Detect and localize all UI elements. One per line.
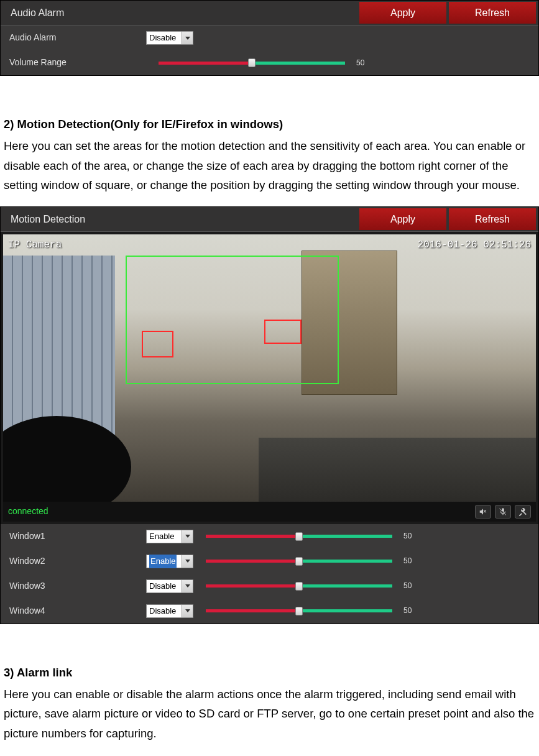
apply-button[interactable]: Apply [359,2,446,24]
settings-tools-icon[interactable] [515,505,531,519]
slider-track-left [206,609,299,612]
panel-header: Audio Alarm Apply Refresh [1,1,538,25]
detection-zone-2[interactable] [142,331,173,357]
slider-track-left [206,535,299,538]
section-3-paragraph: Here you can enable or disable the alarm… [4,685,535,743]
select-value: Enable [149,530,174,543]
window2-label: Window2 [9,554,146,569]
slider-thumb[interactable] [295,557,303,566]
volume-value: 50 [356,57,364,69]
window2-value: 50 [403,555,412,567]
connection-status: connected [8,504,48,519]
window3-label: Window3 [9,579,146,594]
volume-range-label: Volume Range [9,55,146,70]
window4-value: 50 [403,604,412,617]
panel-header: Motion Detection Apply Refresh [1,207,538,232]
slider-track-right [252,62,345,65]
slider-track-right [299,535,392,538]
window3-value: 50 [403,579,412,592]
video-status-bar: connected [3,502,536,522]
detection-zone-1[interactable] [126,256,339,384]
mute-speaker-icon[interactable] [475,505,491,519]
window2-slider[interactable] [206,555,392,568]
window4-select[interactable]: Disable [146,604,193,618]
window1-row: Window1 Enable 50 [1,524,538,549]
overlay-camera-name: IP Camera [8,237,62,254]
window1-value: 50 [403,530,412,542]
window1-label: Window1 [9,529,146,544]
section-3-heading: 3) Alarm link [4,663,535,682]
select-value: Disable [149,604,176,618]
apply-button[interactable]: Apply [359,208,446,230]
slider-thumb[interactable] [248,58,256,67]
volume-range-slider[interactable] [159,57,345,69]
motion-detection-panel: Motion Detection Apply Refresh IP Camera… [0,206,539,624]
select-value: Disable [149,31,176,45]
status-icons [475,505,531,519]
audio-alarm-select[interactable]: Disable [146,31,193,45]
slider-track-left [159,62,252,65]
window1-select[interactable]: Enable [146,530,193,543]
select-value: Enable [149,555,177,568]
section-2-heading: 2) Motion Detection(Only for IE/Firefox … [4,114,535,134]
audio-alarm-row: Audio Alarm Disable [1,25,538,50]
slider-track-right [299,609,392,612]
window4-slider[interactable] [206,605,392,617]
scene-building [3,256,115,437]
window2-select[interactable]: Enable [146,555,193,568]
chevron-down-icon [182,530,193,543]
chevron-down-icon [182,555,193,568]
window3-row: Window3 Disable 50 [1,574,538,599]
slider-track-right [299,560,392,563]
refresh-button[interactable]: Refresh [449,208,536,230]
chevron-down-icon [182,32,193,44]
video-preview[interactable]: IP Camera 2016-01-26 02:51:26 [3,234,536,502]
window3-select[interactable]: Disable [146,579,193,593]
slider-thumb[interactable] [295,532,303,541]
scene-desk [259,438,536,502]
section-2-paragraph: Here you can set the areas for the motio… [4,136,535,195]
slider-track-left [206,584,299,588]
mute-mic-icon[interactable] [495,505,511,519]
slider-track-left [206,560,299,563]
chevron-down-icon [182,605,193,617]
audio-alarm-label: Audio Alarm [9,30,146,45]
panel-title: Audio Alarm [1,1,359,25]
window4-label: Window4 [9,604,146,619]
slider-track-right [299,584,392,588]
slider-thumb[interactable] [295,582,303,591]
window3-slider[interactable] [206,580,392,592]
slider-thumb[interactable] [295,607,303,615]
section-2-text: 2) Motion Detection(Only for IE/Firefox … [0,114,539,195]
video-preview-wrap: IP Camera 2016-01-26 02:51:26 connected [1,232,538,524]
chevron-down-icon [182,580,193,592]
window4-row: Window4 Disable 50 [1,599,538,624]
overlay-timestamp: 2016-01-26 02:51:26 [418,237,531,254]
section-3-text: 3) Alarm link Here you can enable or dis… [0,663,539,744]
volume-range-row: Volume Range 50 [1,50,538,75]
select-value: Disable [149,579,176,593]
detection-zone-3[interactable] [264,320,302,344]
window1-slider[interactable] [206,530,392,543]
window2-row: Window2 Enable 50 [1,549,538,574]
audio-alarm-panel: Audio Alarm Apply Refresh Audio Alarm Di… [0,0,539,76]
panel-title: Motion Detection [1,207,359,231]
refresh-button[interactable]: Refresh [449,2,536,24]
